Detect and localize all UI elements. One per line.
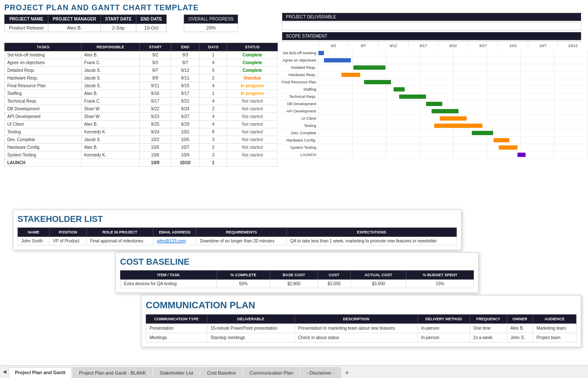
overall-progress-header: OVERALL PROGRESS <box>184 15 238 24</box>
gantt-bar <box>434 124 482 128</box>
task-end: 9/15 <box>171 82 199 90</box>
gantt-row: System Testing <box>280 144 588 151</box>
gantt-section: 9/29/79/129/179/229/2710/210/710/12Set k… <box>280 43 588 159</box>
project-name-value: Product Release <box>5 24 48 32</box>
task-responsible: Jacob S. <box>82 74 139 82</box>
task-start: 9/24 <box>139 128 171 136</box>
cost-row: Extra devices for QA testing 50% $2,800 … <box>121 280 474 288</box>
task-name: Hardware Reqs. <box>5 74 82 82</box>
project-name-header: PROJECT NAME <box>5 15 48 24</box>
page-title: PROJECT PLAN AND GANTT CHART TEMPLATE <box>0 0 588 15</box>
gantt-row: Detailed Reqs. <box>280 64 588 71</box>
stakeholder-col-header: REQUIREMENTS <box>196 228 286 237</box>
cost-col-header: COST <box>318 271 351 280</box>
tab-item-3[interactable]: Cost Baseline <box>200 367 242 378</box>
end-col-header: END <box>171 43 199 51</box>
task-status: Not started <box>227 97 278 105</box>
comm-plan-title: COMMUNICATION PLAN <box>146 300 576 311</box>
gantt-bar <box>341 73 360 77</box>
gantt-row: UI Client <box>280 115 588 122</box>
task-end: 9/11 <box>171 74 199 82</box>
task-start: 9/11 <box>139 82 171 90</box>
cost-col-header: ITEM / TASK <box>121 271 217 280</box>
task-days: 3 <box>200 136 227 144</box>
gantt-row: Dev. Complete <box>280 130 588 137</box>
task-end: 10/7 <box>171 144 199 151</box>
sh-expectations: QA to take less than 1 week, marketing t… <box>287 237 457 245</box>
gantt-row: DB Development <box>280 100 588 108</box>
project-manager-value: Alex B. <box>48 24 101 32</box>
tab-add-button[interactable]: + <box>342 367 353 378</box>
tab-item-4[interactable]: Communication Plan <box>243 367 300 378</box>
gantt-row: Agree on objectives <box>280 57 588 64</box>
task-days: 4 <box>200 113 227 121</box>
comm-col-header: FREQUENCY <box>470 315 507 324</box>
task-days: 8 <box>200 128 227 136</box>
tab-item-0[interactable]: Project Plan and Gantt <box>9 367 72 378</box>
task-days: 1 <box>200 159 227 167</box>
task-status: Not started <box>227 113 278 121</box>
project-manager-header: PROJECT MANAGER <box>48 15 101 24</box>
task-end: 9/21 <box>171 97 199 105</box>
task-start: 10/2 <box>139 136 171 144</box>
gantt-bar <box>426 102 442 106</box>
tab-bar: ◀ Project Plan and GanttProject Plan and… <box>0 365 588 378</box>
comm-deliverable: Standup meetings <box>207 333 294 343</box>
table-row: Final Resource Plan Jacob S. 9/11 9/15 4… <box>5 82 278 90</box>
task-name: Hardware Config. <box>5 144 82 151</box>
tab-item-5[interactable]: - Disclaimer - <box>300 367 341 378</box>
gantt-bar <box>364 80 391 84</box>
task-name: API Development <box>5 113 82 121</box>
task-end: 9/7 <box>171 59 199 67</box>
task-status: Not started <box>227 144 278 151</box>
task-start: 9/25 <box>139 121 171 128</box>
task-start: 9/9 <box>139 74 171 82</box>
table-row: DB Development Shari W. 9/22 9/24 2 Not … <box>5 105 278 113</box>
task-days: 2 <box>200 105 227 113</box>
end-date-value: 10-Oct <box>136 24 166 32</box>
tab-item-1[interactable]: Project Plan and Gantt - BLANK <box>73 367 153 378</box>
task-status: In progress <box>227 82 278 90</box>
comm-audience: Project team <box>533 333 576 343</box>
comm-owner: John S. <box>507 333 533 343</box>
start-date-value: 2-Sep <box>101 24 136 32</box>
task-responsible: Alex B. <box>82 90 139 97</box>
task-name: Staffing <box>5 90 82 97</box>
cost-budget-pct: 15% <box>406 280 474 288</box>
responsible-col-header: RESPONSIBLE <box>82 43 139 51</box>
task-end: 10/10 <box>171 159 199 167</box>
main-area: PROJECT PLAN AND GANTT CHART TEMPLATE PR… <box>0 0 588 365</box>
table-row: LAUNCH 10/9 10/10 1 <box>5 159 278 167</box>
task-days: 1 <box>200 90 227 97</box>
tab-item-2[interactable]: Stakeholder List <box>153 367 200 378</box>
task-status <box>227 159 278 167</box>
task-days: 3 <box>200 151 227 159</box>
task-name: Agree on objectives <box>5 59 82 67</box>
tabs-container: Project Plan and GanttProject Plan and G… <box>9 367 342 378</box>
gantt-row: Hardware Reqs. <box>280 71 588 79</box>
table-row: Agree on objectives Frank C. 9/3 9/7 4 C… <box>5 59 278 67</box>
task-end: 9/27 <box>171 113 199 121</box>
task-name: UI Client <box>5 121 82 128</box>
task-responsible: Frank C. <box>82 59 139 67</box>
cost-col-header: ACTUAL COST <box>350 271 406 280</box>
tab-prev-button[interactable]: ◀ <box>0 365 9 378</box>
gantt-bar <box>472 131 493 135</box>
task-responsible <box>82 159 139 167</box>
table-row: Hardware Reqs. Jacob S. 9/9 9/11 2 Overd… <box>5 74 278 82</box>
task-name: System Testing <box>5 151 82 159</box>
task-responsible: Frank C. <box>82 97 139 105</box>
comm-col-header: DELIVERABLE <box>207 315 294 324</box>
task-responsible: Shari W. <box>82 105 139 113</box>
gantt-row: Staffing <box>280 86 588 93</box>
task-start: 10/9 <box>139 159 171 167</box>
task-days: 4 <box>200 121 227 128</box>
task-start: 9/23 <box>139 113 171 121</box>
task-responsible: Jacob S. <box>82 82 139 90</box>
gantt-row: Final Resource Plan <box>280 79 588 86</box>
gantt-bar <box>394 87 404 92</box>
gantt-bar <box>353 65 386 70</box>
task-status: Complete <box>227 51 278 59</box>
task-status: Not started <box>227 128 278 136</box>
task-status: Not started <box>227 136 278 144</box>
